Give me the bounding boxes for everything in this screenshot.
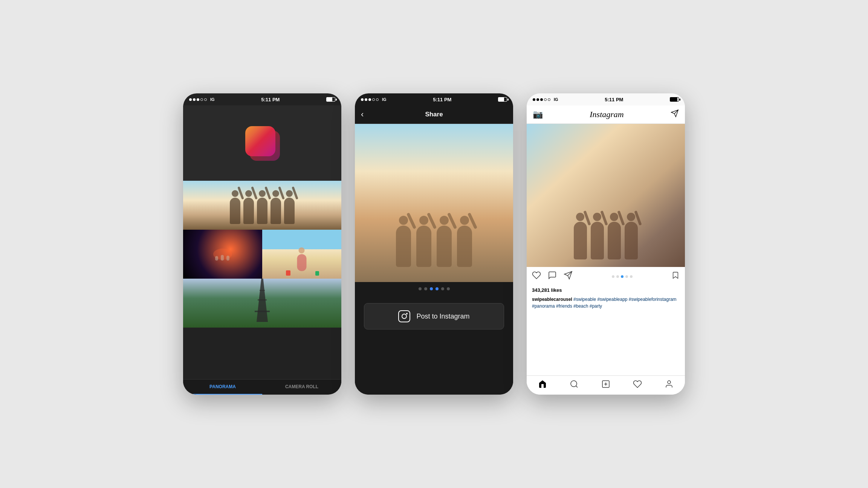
dot2-5 — [376, 98, 379, 101]
carrier-label-3: IG — [554, 97, 558, 102]
cdp-5 — [630, 275, 633, 278]
svg-line-13 — [576, 386, 578, 387]
eiffel-tower-svg — [247, 279, 277, 322]
photo-cell-dark[interactable] — [183, 230, 262, 279]
instagram-icon — [398, 310, 410, 322]
dot3-5 — [548, 98, 550, 101]
app-logo-area — [183, 105, 341, 181]
dot4 — [200, 98, 203, 101]
time-3: 5:11 PM — [605, 97, 623, 102]
post-caption: swipeablecarousel #swipeable #swipeablea… — [527, 294, 685, 313]
bucket-red — [286, 270, 290, 276]
beach-toy-scene — [262, 230, 341, 279]
ind-dot-5 — [441, 287, 444, 290]
nav-home[interactable] — [538, 380, 547, 391]
signal-indicator-1: IG — [189, 97, 215, 102]
photo-cell-beach[interactable] — [262, 230, 341, 279]
bucket-green — [315, 271, 319, 276]
dot2-3 — [368, 98, 371, 101]
svg-rect-7 — [260, 290, 265, 291]
cdp-3 — [621, 275, 623, 278]
feed-photo[interactable] — [527, 124, 685, 267]
post-actions-left — [532, 271, 573, 282]
ig-logo — [241, 122, 283, 164]
back-button[interactable]: ‹ — [361, 110, 364, 119]
camera-icon[interactable]: 📷 — [533, 110, 543, 119]
photo-row-2 — [183, 230, 341, 279]
tab-camera-roll[interactable]: CAMERA ROLL — [262, 380, 341, 395]
ig-icon-dot — [406, 313, 408, 314]
phone-3: IG 5:11 PM 📷 Instagram — [527, 93, 685, 395]
person-4 — [270, 198, 281, 224]
post-username: swipeablecarousel — [532, 297, 572, 302]
post-button-label: Post to Instagram — [416, 313, 469, 320]
person-3 — [257, 198, 267, 224]
fp-2 — [591, 222, 604, 259]
status-right-1 — [326, 97, 335, 102]
people-row-1 — [230, 198, 295, 224]
carousel-photo — [355, 124, 513, 282]
share-title: Share — [425, 111, 443, 118]
battery-1 — [326, 97, 335, 102]
photo-row-3[interactable] — [183, 279, 341, 328]
phone-2: IG 5:11 PM ‹ Share — [355, 93, 513, 395]
ind-dot-1 — [419, 287, 422, 290]
instagram-header: 📷 Instagram — [527, 105, 685, 124]
dot1 — [189, 98, 192, 101]
svg-rect-3 — [226, 256, 229, 261]
phone-1: IG 5:11 PM — [183, 93, 341, 395]
dot3-1 — [533, 98, 535, 101]
dot5 — [204, 98, 207, 101]
svg-rect-6 — [258, 299, 267, 300]
battery-2 — [498, 97, 507, 102]
status-bar-3: IG 5:11 PM — [527, 93, 685, 105]
save-button[interactable] — [671, 271, 680, 282]
nav-heart[interactable] — [633, 380, 642, 391]
post-actions — [527, 267, 685, 286]
status-bar-1: IG 5:11 PM — [183, 93, 341, 105]
time-1: 5:11 PM — [261, 97, 280, 102]
dot3-3 — [540, 98, 543, 101]
svg-point-12 — [571, 381, 577, 387]
dot3-2 — [536, 98, 539, 101]
club-scene — [183, 230, 262, 279]
ind-dot-4 — [436, 287, 439, 290]
phone-3-body: 📷 Instagram — [527, 105, 685, 395]
cp-4 — [457, 226, 472, 267]
screens-container: IG 5:11 PM — [0, 0, 868, 488]
tab-panorama[interactable]: PANORAMA — [183, 380, 262, 395]
status-right-2 — [498, 97, 507, 102]
dot3-4 — [544, 98, 547, 101]
ig-logo-inner — [245, 126, 275, 156]
nav-add[interactable] — [601, 380, 610, 391]
nav-profile[interactable] — [665, 380, 674, 391]
photo-carousel[interactable] — [355, 124, 513, 282]
phone-1-body: PANORAMA CAMERA ROLL — [183, 105, 341, 395]
phone-2-body: ‹ Share — [355, 105, 513, 395]
send-icon[interactable] — [671, 109, 679, 120]
cp-1 — [396, 226, 411, 267]
post-to-instagram-button[interactable]: Post to Instagram — [364, 303, 504, 329]
share-button[interactable] — [564, 271, 573, 282]
comment-button[interactable] — [548, 271, 557, 282]
like-button[interactable] — [532, 271, 541, 282]
bottom-tabs-1: PANORAMA CAMERA ROLL — [183, 379, 341, 395]
nav-search[interactable] — [570, 380, 579, 391]
ind-dot-2 — [424, 287, 427, 290]
signal-indicator-2: IG — [361, 97, 387, 102]
photo-row-1[interactable] — [183, 181, 341, 230]
cp-2 — [416, 226, 431, 267]
post-likes: 343,281 likes — [527, 286, 685, 294]
svg-rect-1 — [215, 256, 218, 261]
svg-rect-5 — [255, 311, 270, 312]
carrier-label-2: IG — [382, 97, 387, 102]
feed-people — [574, 222, 638, 259]
fp-3 — [608, 222, 621, 259]
carousel-dots-post — [612, 275, 633, 278]
cp-3 — [437, 226, 452, 267]
battery-3 — [670, 97, 679, 102]
dot2-2 — [365, 98, 367, 101]
share-header: ‹ Share — [355, 105, 513, 124]
carrier-label-1: IG — [210, 97, 215, 102]
person-1 — [230, 198, 240, 224]
